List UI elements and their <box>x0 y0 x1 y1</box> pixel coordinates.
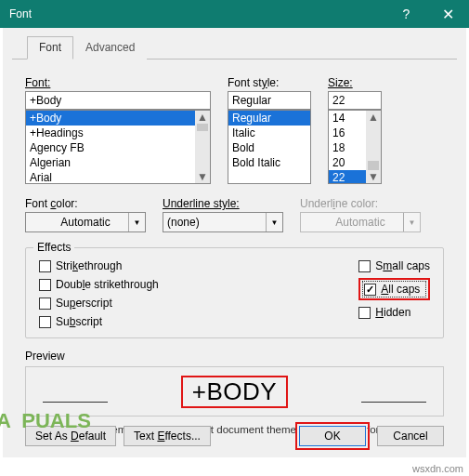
font-size-listbox[interactable]: 14 16 18 20 22 ▲▼ <box>328 110 382 184</box>
list-item[interactable]: +Headings <box>26 126 210 140</box>
underline-style-combo[interactable]: (none)▼ <box>163 212 283 232</box>
chevron-down-icon: ▼ <box>266 213 282 231</box>
font-style-listbox[interactable]: Regular Italic Bold Bold Italic <box>228 110 311 184</box>
preview-text: +BODY <box>192 377 277 405</box>
superscript-checkbox[interactable]: Superscript <box>39 297 358 310</box>
color-row: Font color: Automatic▼ Underline style: … <box>25 197 444 232</box>
chevron-down-icon: ▼ <box>128 213 145 231</box>
list-item[interactable]: Italic <box>228 126 310 140</box>
list-item[interactable]: +Body <box>26 111 210 126</box>
small-caps-checkbox[interactable]: Small caps <box>358 259 430 272</box>
titlebar: Font ? ✕ <box>0 0 469 28</box>
set-default-button[interactable]: Set As Default <box>25 426 116 446</box>
all-caps-checkbox[interactable]: All caps <box>362 281 426 298</box>
font-listbox[interactable]: +Body +Headings Agency FB Algerian Arial… <box>25 110 211 184</box>
font-style-input[interactable] <box>228 91 311 110</box>
preview-box: +BODY <box>25 366 444 416</box>
list-item[interactable]: Bold <box>228 140 310 155</box>
preview-line <box>361 402 426 403</box>
help-button[interactable]: ? <box>385 0 427 28</box>
ok-button[interactable]: OK <box>299 426 366 446</box>
dialog-buttons: Set As Default Text Effects... OK Cancel <box>25 422 444 450</box>
dialog-body: Font Advanced Font: +Body +Headings Agen… <box>3 28 466 457</box>
list-item[interactable]: Regular <box>228 111 310 126</box>
effects-group: Effects Strikethrough Double strikethrou… <box>25 247 444 338</box>
close-button[interactable]: ✕ <box>427 0 469 28</box>
text-effects-button[interactable]: Text Effects... <box>124 426 211 446</box>
scrollbar[interactable]: ▲▼ <box>195 111 210 183</box>
scrollbar[interactable]: ▲▼ <box>366 111 381 183</box>
underline-color-label: Underline color: <box>300 197 421 210</box>
tab-advanced[interactable]: Advanced <box>73 36 147 60</box>
font-label: Font: <box>25 76 211 89</box>
underline-color-combo: Automatic▼ <box>300 212 421 232</box>
list-item[interactable]: Bold Italic <box>228 155 310 170</box>
preview-line <box>43 402 108 403</box>
tab-font-panel: Font: +Body +Headings Agency FB Algerian… <box>3 60 466 456</box>
font-row: Font: +Body +Headings Agency FB Algerian… <box>25 76 444 184</box>
watermark: wsxdn.com <box>412 463 463 474</box>
highlight-ok: OK <box>295 422 370 450</box>
font-name-input[interactable] <box>25 91 211 110</box>
dialog-title: Font <box>0 7 385 20</box>
hidden-checkbox[interactable]: Hidden <box>358 306 430 319</box>
chevron-down-icon: ▼ <box>403 213 420 231</box>
effects-legend: Effects <box>33 241 74 254</box>
cancel-button[interactable]: Cancel <box>377 426 444 446</box>
highlight-preview: +BODY <box>181 376 288 408</box>
underline-style-label: Underline style: <box>163 197 283 210</box>
list-item[interactable]: Arial <box>26 170 210 184</box>
font-color-combo[interactable]: Automatic▼ <box>25 212 146 232</box>
style-label: Font style: <box>228 76 311 89</box>
font-color-label: Font color: <box>25 197 146 210</box>
strikethrough-checkbox[interactable]: Strikethrough <box>39 259 358 272</box>
highlight-all-caps: All caps <box>358 278 430 300</box>
list-item[interactable]: Algerian <box>26 155 210 170</box>
tab-strip: Font Advanced <box>12 28 457 60</box>
double-strikethrough-checkbox[interactable]: Double strikethrough <box>39 278 358 291</box>
size-label: Size: <box>328 76 382 89</box>
subscript-checkbox[interactable]: Subscript <box>39 315 358 328</box>
font-size-input[interactable] <box>328 91 382 110</box>
list-item[interactable]: Agency FB <box>26 140 210 155</box>
preview-label: Preview <box>25 350 444 363</box>
tab-font[interactable]: Font <box>27 36 73 60</box>
